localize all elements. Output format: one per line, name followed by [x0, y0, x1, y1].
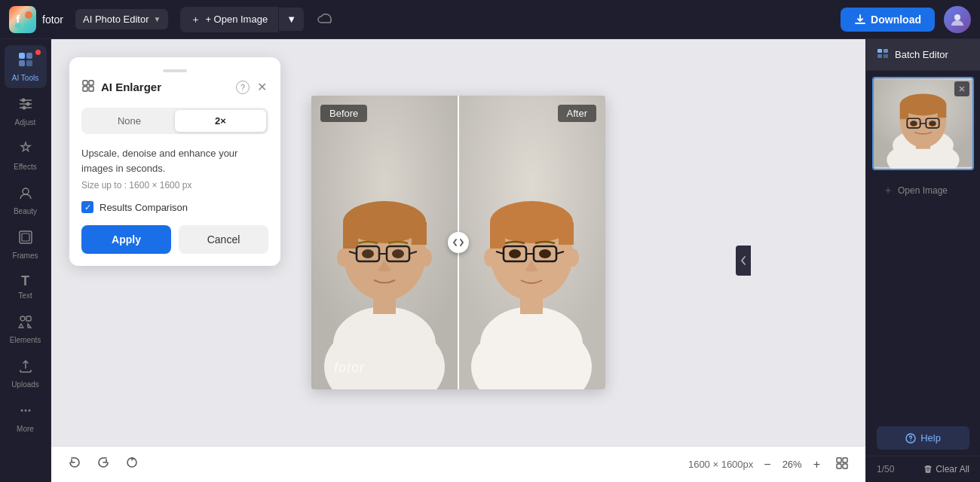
results-comparison-checkbox[interactable]: ✓ [81, 201, 93, 213]
sidebar-item-label: Text [18, 291, 32, 300]
svg-rect-5 [19, 53, 25, 59]
open-image-panel-button[interactable]: ＋ Open Image [872, 176, 974, 205]
action-buttons: Apply Cancel [81, 225, 268, 254]
svg-point-43 [337, 249, 349, 267]
clear-all-label: Clear All [936, 464, 969, 474]
svg-point-20 [20, 410, 23, 412]
cloud-button[interactable] [313, 6, 338, 32]
sidebar-item-label: Elements [10, 336, 41, 344]
text-icon: T [21, 273, 29, 289]
tool-panel: AI Enlarger ? ✕ None 2× Upscale, denoise… [69, 57, 280, 266]
sidebar-item-more[interactable]: More [5, 396, 47, 439]
plus-icon: ＋ [191, 13, 201, 26]
app-selector-label: AI Photo Editor [83, 14, 149, 25]
svg-rect-64 [837, 464, 841, 468]
topbar: f fotor AI Photo Editor ▼ ＋ + Open Image… [0, 0, 980, 39]
svg-rect-25 [83, 87, 87, 91]
open-image-button[interactable]: ＋ + Open Image [180, 7, 279, 32]
close-icon[interactable]: ✕ [256, 78, 268, 96]
sidebar-item-elements[interactable]: Elements [5, 307, 47, 350]
undo-button[interactable] [63, 451, 86, 477]
svg-rect-23 [83, 81, 87, 85]
svg-point-14 [22, 106, 26, 110]
left-sidebar: AI Tools Adjust Effects [0, 39, 51, 482]
sidebar-item-adjust[interactable]: Adjust [5, 90, 47, 133]
before-label: Before [320, 105, 367, 122]
svg-point-10 [21, 99, 25, 102]
adjust-icon [17, 96, 34, 116]
enlarger-icon [81, 79, 95, 96]
notification-dot [35, 50, 41, 55]
svg-point-47 [480, 307, 583, 382]
svg-rect-67 [884, 49, 888, 53]
batch-editor-button[interactable]: Batch Editor [866, 39, 980, 71]
cancel-button[interactable]: Cancel [179, 225, 268, 254]
svg-rect-52 [559, 222, 574, 245]
clear-all-button[interactable]: Clear All [923, 464, 969, 474]
app-selector[interactable]: AI Photo Editor ▼ [75, 9, 168, 29]
sidebar-item-ai-tools[interactable]: AI Tools [5, 45, 47, 88]
collapse-panel-button[interactable] [736, 246, 751, 276]
after-label: After [558, 105, 596, 122]
zoom-out-button[interactable]: − [759, 455, 775, 474]
sidebar-item-beauty[interactable]: Beauty [5, 178, 47, 221]
effects-icon [17, 140, 34, 160]
logo-text: fotor [42, 14, 63, 26]
reset-button[interactable] [121, 451, 143, 477]
help-icon-circle[interactable]: ? [236, 81, 250, 94]
svg-point-18 [20, 316, 25, 321]
svg-rect-24 [89, 81, 93, 85]
avatar[interactable] [944, 6, 971, 33]
download-button[interactable]: Download [841, 8, 935, 32]
apply-button[interactable]: Apply [81, 225, 171, 254]
zoom-in-button[interactable]: + [809, 455, 825, 474]
svg-rect-63 [843, 458, 847, 462]
sidebar-item-label: Uploads [11, 380, 39, 389]
none-toggle[interactable]: None [84, 110, 175, 132]
image-comparison: Before [311, 96, 605, 389]
toggle-group: None 2× [81, 108, 268, 134]
sidebar-item-label: Beauty [14, 207, 37, 215]
fit-to-screen-button[interactable] [831, 453, 853, 476]
help-button-label: Help [920, 432, 941, 444]
bottom-bar: 1600 × 1600px − 26% + [51, 446, 865, 482]
svg-point-44 [420, 249, 432, 267]
zoom-level: 26% [779, 459, 806, 470]
svg-rect-65 [843, 464, 847, 468]
svg-point-4 [954, 14, 960, 20]
app-selector-chevron: ▼ [153, 15, 161, 23]
2x-toggle[interactable]: 2× [175, 110, 266, 132]
zoom-controls: − 26% + [759, 455, 825, 474]
download-label: Download [871, 14, 921, 26]
sidebar-item-frames[interactable]: Frames [5, 223, 47, 266]
svg-point-12 [26, 102, 29, 106]
svg-point-84 [910, 440, 911, 441]
tool-panel-title: AI Enlarger [101, 81, 230, 93]
drag-handle-area [81, 69, 268, 72]
thumbnail-container: ＋ Open Image [866, 71, 980, 426]
before-half: Before [311, 96, 458, 389]
fotor-watermark: fotor [334, 360, 365, 376]
uploads-icon [17, 358, 34, 378]
help-button[interactable]: Help [877, 426, 969, 450]
sidebar-item-effects[interactable]: Effects [5, 134, 47, 177]
thumbnail-delete-button[interactable] [954, 81, 969, 96]
main-layout: AI Tools Adjust Effects [0, 39, 980, 482]
logo: f fotor [9, 6, 63, 33]
results-comparison-label[interactable]: Results Comparison [100, 202, 188, 213]
svg-point-61 [567, 249, 579, 267]
svg-rect-66 [877, 49, 882, 53]
open-image-dropdown-button[interactable]: ▼ [279, 8, 304, 31]
after-half: After [458, 96, 605, 389]
before-image [311, 96, 458, 389]
more-icon [17, 402, 34, 423]
comparison-handle[interactable] [448, 232, 469, 253]
redo-button[interactable] [92, 451, 115, 477]
open-image-label: + Open Image [205, 14, 268, 25]
svg-rect-6 [26, 53, 32, 59]
sidebar-item-uploads[interactable]: Uploads [5, 352, 47, 395]
ai-tools-icon [17, 51, 34, 72]
fotor-logo-icon: f [9, 6, 36, 33]
svg-rect-68 [877, 54, 882, 58]
sidebar-item-text[interactable]: T Text [5, 267, 47, 306]
